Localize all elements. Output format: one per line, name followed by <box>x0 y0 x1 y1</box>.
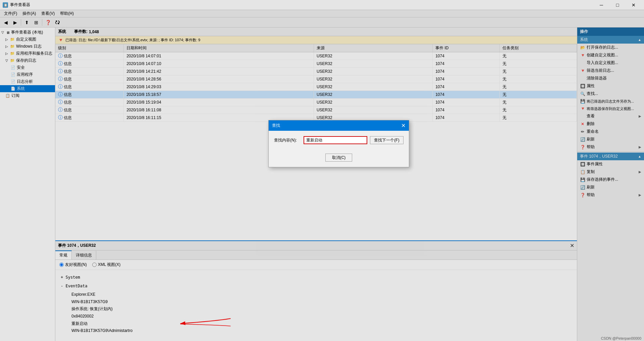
dialog-title-bar: 查找 ✕ <box>269 120 409 131</box>
dialog-close-button[interactable]: ✕ <box>401 122 406 129</box>
find-input[interactable] <box>304 136 367 144</box>
find-row: 查找内容(N): 查找下一个(F) <box>274 136 404 144</box>
cancel-button[interactable]: 取消(C) <box>325 154 352 162</box>
find-dialog-overlay: 查找 ✕ 查找内容(N): 查找下一个(F) 取消(C) <box>0 0 644 341</box>
dialog-body: 查找内容(N): 查找下一个(F) <box>269 131 409 154</box>
find-dialog: 查找 ✕ 查找内容(N): 查找下一个(F) 取消(C) <box>268 120 409 167</box>
find-next-button[interactable]: 查找下一个(F) <box>370 136 404 144</box>
find-label: 查找内容(N): <box>274 137 301 143</box>
dialog-title: 查找 <box>272 123 280 128</box>
dialog-footer: 取消(C) <box>269 154 409 167</box>
